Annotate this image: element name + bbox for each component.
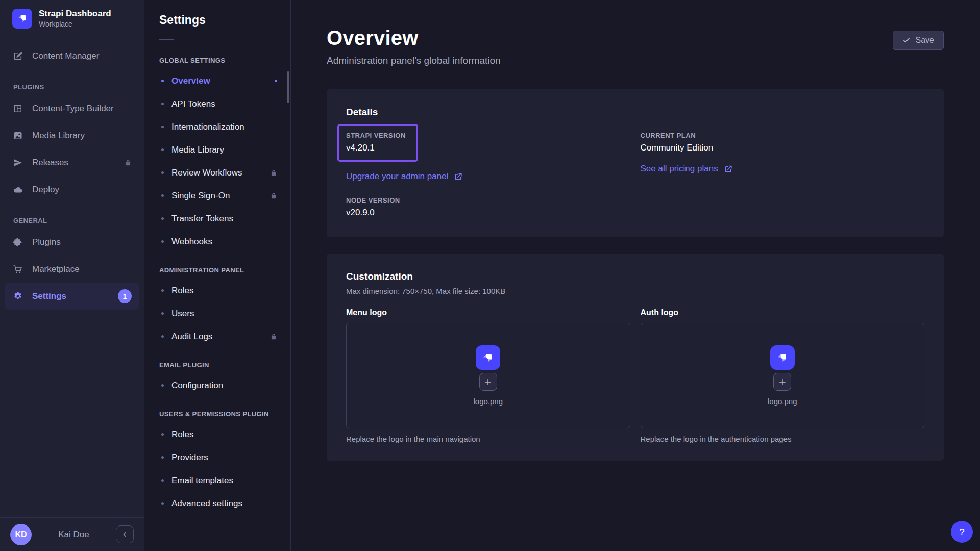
sidebar-item-settings[interactable]: Settings1 bbox=[5, 283, 139, 310]
customization-constraints: Max dimension: 750×750, Max file size: 1… bbox=[346, 287, 924, 295]
sidebar-section-label-plugins: PLUGINS bbox=[0, 70, 144, 95]
bullet-icon bbox=[161, 289, 164, 292]
bullet-icon bbox=[161, 479, 164, 482]
bullet-icon bbox=[161, 502, 164, 505]
subnav-item-label: Review Workflows bbox=[172, 168, 242, 178]
workplace-switcher[interactable]: Strapi Dashboard Workplace bbox=[0, 0, 144, 37]
sidebar-item-label: Releases bbox=[32, 158, 68, 168]
help-button[interactable]: ? bbox=[951, 521, 973, 543]
settings-nav-roles[interactable]: Roles bbox=[144, 279, 290, 302]
settings-nav-providers[interactable]: Providers bbox=[144, 446, 290, 469]
sidebar-item-media-library[interactable]: Media Library bbox=[5, 122, 139, 149]
avatar[interactable]: KD bbox=[10, 524, 32, 545]
settings-nav-email-templates[interactable]: Email templates bbox=[144, 469, 290, 492]
settings-nav-webhooks[interactable]: Webhooks bbox=[144, 230, 290, 253]
page-title: Overview bbox=[327, 27, 501, 49]
settings-nav-api-tokens[interactable]: API Tokens bbox=[144, 92, 290, 115]
pricing-link-label: See all pricing plans bbox=[641, 164, 718, 174]
settings-nav-roles[interactable]: Roles bbox=[144, 423, 290, 446]
bullet-icon bbox=[161, 433, 164, 436]
user-name: Kai Doe bbox=[37, 530, 111, 540]
strapi-version-value: v4.20.1 bbox=[346, 143, 408, 153]
bullet-icon bbox=[161, 384, 164, 387]
cart-icon bbox=[12, 264, 23, 275]
settings-nav-advanced-settings[interactable]: Advanced settings bbox=[144, 492, 290, 515]
subnav-item-label: Single Sign-On bbox=[172, 191, 230, 201]
menu-logo-dropzone[interactable]: logo.png bbox=[346, 323, 630, 428]
bullet-icon bbox=[161, 335, 164, 338]
image-icon bbox=[12, 130, 23, 141]
save-button[interactable]: Save bbox=[893, 31, 944, 50]
subnav-section-label-users-permissions-plugin: USERS & PERMISSIONS PLUGIN bbox=[144, 397, 290, 423]
lock-icon bbox=[270, 192, 277, 199]
current-plan-label: CURRENT PLAN bbox=[641, 132, 925, 139]
menu-logo-label: Menu logo bbox=[346, 308, 630, 317]
auth-logo-dropzone[interactable]: logo.png bbox=[641, 323, 925, 428]
strapi-glyph bbox=[16, 12, 29, 24]
settings-nav-review-workflows[interactable]: Review Workflows bbox=[144, 161, 290, 184]
auth-logo-preview bbox=[770, 345, 795, 370]
bullet-icon bbox=[161, 217, 164, 220]
menu-logo-add-button[interactable] bbox=[479, 373, 497, 391]
sidebar-item-marketplace[interactable]: Marketplace bbox=[5, 256, 139, 283]
subnav-section-label-global-settings: GLOBAL SETTINGS bbox=[144, 43, 290, 69]
bullet-icon bbox=[161, 103, 164, 105]
subnav-scrollbar[interactable] bbox=[287, 71, 289, 103]
subnav-item-label: Roles bbox=[172, 286, 193, 296]
paper-plane-icon bbox=[12, 157, 23, 168]
brand-title: Strapi Dashboard bbox=[39, 8, 111, 19]
subnav-item-label: Webhooks bbox=[172, 237, 212, 247]
subnav-sections: GLOBAL SETTINGSOverviewAPI TokensInterna… bbox=[144, 43, 290, 515]
settings-nav-configuration[interactable]: Configuration bbox=[144, 374, 290, 397]
current-plan-value: Community Edition bbox=[641, 143, 925, 153]
subnav-item-label: Internationalization bbox=[172, 122, 244, 132]
upgrade-link-label: Upgrade your admin panel bbox=[346, 171, 448, 182]
main-content: Overview Administration panel's global i… bbox=[291, 0, 980, 551]
menu-logo-preview bbox=[476, 345, 500, 370]
settings-nav-single-sign-on[interactable]: Single Sign-On bbox=[144, 184, 290, 207]
subnav-item-label: Media Library bbox=[172, 145, 224, 155]
strapi-admin-app: Strapi Dashboard Workplace Content Manag… bbox=[0, 0, 980, 551]
sidebar-item-label: Plugins bbox=[32, 237, 61, 247]
save-button-label: Save bbox=[916, 36, 934, 45]
settings-badge: 1 bbox=[118, 289, 132, 303]
upgrade-admin-panel-link[interactable]: Upgrade your admin panel bbox=[346, 171, 462, 182]
bullet-icon bbox=[161, 312, 164, 315]
settings-nav-audit-logs[interactable]: Audit Logs bbox=[144, 325, 290, 348]
node-version-value: v20.9.0 bbox=[346, 208, 630, 218]
brand-subtitle: Workplace bbox=[39, 20, 111, 29]
customization-card: Customization Max dimension: 750×750, Ma… bbox=[327, 254, 944, 461]
lock-icon bbox=[270, 333, 277, 340]
sidebar-item-label: Content-Type Builder bbox=[32, 104, 114, 114]
sidebar-item-label: Settings bbox=[32, 291, 66, 302]
customization-heading: Customization bbox=[346, 271, 924, 282]
sidebar-item-releases[interactable]: Releases bbox=[5, 149, 139, 176]
sidebar-item-content-type-builder[interactable]: Content-Type Builder bbox=[5, 95, 139, 122]
sidebar-item-label: Content Manager bbox=[32, 51, 99, 61]
subnav-title: Settings bbox=[144, 13, 290, 27]
settings-nav-internationalization[interactable]: Internationalization bbox=[144, 115, 290, 138]
settings-nav-overview[interactable]: Overview bbox=[144, 69, 290, 92]
strapi-glyph bbox=[775, 350, 790, 365]
subnav-item-label: Email templates bbox=[172, 475, 233, 486]
collapse-sidebar-button[interactable] bbox=[116, 525, 134, 543]
pricing-plans-link[interactable]: See all pricing plans bbox=[641, 164, 732, 174]
details-heading: Details bbox=[346, 107, 924, 118]
node-version-label: NODE VERSION bbox=[346, 196, 630, 204]
strapi-version-highlight: STRAPI VERSION v4.20.1 bbox=[337, 124, 418, 162]
settings-nav-users[interactable]: Users bbox=[144, 302, 290, 325]
sidebar-item-deploy[interactable]: Deploy bbox=[5, 177, 139, 203]
page-header: Overview Administration panel's global i… bbox=[327, 0, 944, 66]
grid-icon bbox=[12, 103, 23, 114]
bullet-icon bbox=[161, 148, 164, 151]
bullet-icon bbox=[161, 80, 164, 82]
sidebar-item-plugins[interactable]: Plugins bbox=[5, 229, 139, 256]
sidebar-sections: Content ManagerPLUGINSContent-Type Build… bbox=[0, 37, 144, 517]
settings-nav-transfer-tokens[interactable]: Transfer Tokens bbox=[144, 207, 290, 230]
strapi-version-label: STRAPI VERSION bbox=[346, 132, 408, 139]
auth-logo-add-button[interactable] bbox=[773, 373, 791, 391]
settings-nav-media-library[interactable]: Media Library bbox=[144, 138, 290, 161]
subnav-section-label-email-plugin: EMAIL PLUGIN bbox=[144, 348, 290, 374]
bullet-icon bbox=[161, 456, 164, 459]
sidebar-item-content-manager[interactable]: Content Manager bbox=[5, 43, 139, 69]
